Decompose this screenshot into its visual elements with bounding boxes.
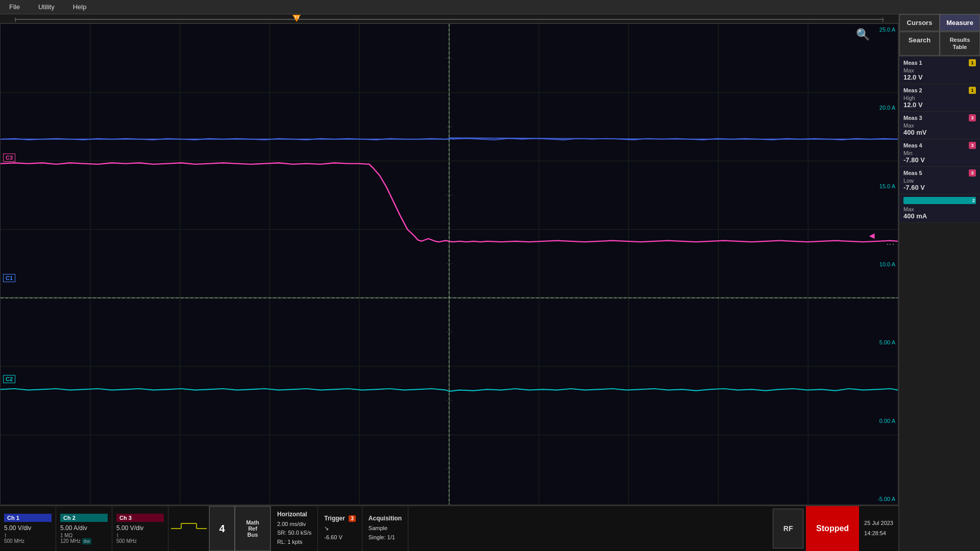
- y-label-20: 20.0 A: [877, 105, 895, 111]
- y-label-neg5: -5.00 A: [877, 496, 895, 502]
- ch2-vdiv: 5.00 A/div: [60, 523, 108, 533]
- trigger-level: -6.60 V: [324, 533, 356, 542]
- acquisition-single: Single: 1/1: [369, 533, 402, 542]
- trigger-title: Trigger 3: [324, 515, 356, 522]
- trigger-position-bar: ⟨ ⟩ T1: [0, 14, 898, 23]
- meas5-card: Meas 5 3 Low -7.60 V: [899, 167, 980, 194]
- menu-help[interactable]: Help: [69, 2, 91, 12]
- meas1-badge: 1: [969, 59, 976, 66]
- waveform-display[interactable]: 🔍: [0, 23, 898, 505]
- date-display: 25 Jul 2023: [864, 518, 893, 529]
- meas1-value: 12.0 V: [903, 73, 976, 81]
- spacer: [408, 506, 770, 551]
- ch3-coupling: ⌇: [116, 533, 164, 538]
- meas6-badge: 2: [972, 198, 975, 203]
- trigger-badge: 3: [349, 515, 356, 522]
- meas3-label: Max: [903, 122, 976, 129]
- y-label-15: 15.0 A: [877, 183, 895, 189]
- menu-bar: File Utility Help: [0, 0, 980, 14]
- meas2-value: 12.0 V: [903, 101, 976, 109]
- acquisition-info[interactable]: Acquisition Sample Single: 1/1: [362, 506, 408, 551]
- ch2-coupling: 1 MΩ: [60, 533, 108, 538]
- ch3-vdiv: 5.00 V/div: [116, 523, 164, 533]
- meas3-value: 400 mV: [903, 129, 976, 136]
- meas1-label: Max: [903, 67, 976, 73]
- ref-label: Ref: [248, 525, 257, 532]
- horizontal-time-div: 2.00 ms/div: [277, 520, 311, 529]
- main-content: ⟨ ⟩ T1 🔍: [0, 14, 980, 551]
- ch1-vdiv: 5.00 V/div: [4, 523, 52, 533]
- y-label-0: 0.00 A: [877, 418, 895, 424]
- trigger-info[interactable]: Trigger 3 ↘ -6.60 V: [318, 506, 362, 551]
- bottom-status-bar: Ch 1 5.00 V/div ⌇ 500 MHz Ch 2 5.00 A/di…: [0, 505, 898, 551]
- ch1-bw: 500 MHz: [4, 538, 52, 544]
- meas6-header-bar: 2: [903, 197, 976, 204]
- menu-file[interactable]: File: [5, 2, 24, 12]
- acquisition-title: Acquisition: [369, 515, 402, 522]
- meas5-badge: 3: [969, 169, 976, 177]
- meas1-card: Meas 1 1 Max 12.0 V: [899, 57, 980, 84]
- right-panel: Cursors Measure Search ResultsTable Meas…: [898, 14, 980, 551]
- y-axis-labels: 25.0 A 20.0 A 15.0 A 10.0 A 5.00 A 0.00 …: [877, 24, 895, 505]
- magnifier-icon: 🔍: [856, 28, 870, 41]
- horizontal-title: Horizontal: [277, 511, 311, 518]
- panel-top-buttons-row2: Search ResultsTable: [899, 32, 980, 57]
- meas2-card: Meas 2 1 High 12.0 V: [899, 84, 980, 112]
- channel-c2-label[interactable]: C2: [3, 375, 15, 383]
- horizontal-rl: RL: 1 kpts: [277, 538, 311, 547]
- meas3-badge: 3: [969, 114, 976, 121]
- meas4-label: Min: [903, 150, 976, 156]
- stopped-button[interactable]: Stopped: [806, 506, 859, 551]
- waveform-svg: [1, 24, 898, 505]
- meas3-card: Meas 3 3 Max 400 mV: [899, 112, 980, 139]
- measure-button[interactable]: Measure: [940, 14, 980, 31]
- ch2-bw: 120 MHz Bw: [60, 538, 108, 544]
- meas5-title: Meas 5: [903, 170, 922, 176]
- meas5-label: Low: [903, 178, 976, 184]
- y-label-25: 25.0 A: [877, 27, 895, 33]
- meas1-title: Meas 1: [903, 60, 922, 66]
- channel-c3-label[interactable]: C3: [3, 154, 15, 162]
- acquisition-type: Sample: [369, 524, 402, 533]
- ch3-cursor-arrow: ◄: [867, 231, 876, 241]
- search-button[interactable]: Search: [899, 32, 940, 56]
- ch2-info[interactable]: Ch 2 5.00 A/div 1 MΩ 120 MHz Bw: [56, 506, 112, 551]
- waveform-preview: [168, 506, 209, 551]
- ch2-header: Ch 2: [60, 514, 108, 522]
- trigger-position-label: T1: [295, 15, 299, 19]
- menu-utility[interactable]: Utility: [34, 2, 59, 12]
- math-label: Math: [246, 519, 259, 525]
- num4-button[interactable]: 4: [209, 506, 235, 551]
- bus-label: Bus: [248, 532, 258, 538]
- trigger-slope: ↘: [324, 524, 356, 533]
- ch1-info[interactable]: Ch 1 5.00 V/div ⌇ 500 MHz: [0, 506, 56, 551]
- horizontal-info[interactable]: Horizontal 2.00 ms/div SR: 50.0 kS/s RL:…: [271, 506, 318, 551]
- y-label-10: 10.0 A: [877, 261, 895, 267]
- meas2-label: High: [903, 95, 976, 101]
- ch3-bw: 500 MHz: [116, 538, 164, 544]
- meas2-badge: 1: [969, 87, 976, 94]
- meas3-title: Meas 3: [903, 115, 922, 121]
- meas6-value: 400 mA: [903, 212, 976, 220]
- meas6-card: 2 Max 400 mA: [899, 194, 980, 223]
- meas5-value: -7.60 V: [903, 184, 976, 191]
- results-table-button[interactable]: ResultsTable: [940, 32, 980, 56]
- datetime-display: 25 Jul 2023 14:28:54: [859, 506, 898, 551]
- channel-c1-label[interactable]: C1: [3, 274, 15, 282]
- meas4-badge: 3: [969, 142, 976, 149]
- meas2-title: Meas 2: [903, 87, 922, 93]
- meas4-title: Meas 4: [903, 142, 922, 148]
- ch3-info[interactable]: Ch 3 5.00 V/div ⌇ 500 MHz: [112, 506, 168, 551]
- horizontal-sr: SR: 50.0 kS/s: [277, 529, 311, 538]
- ch3-header: Ch 3: [116, 514, 164, 522]
- math-ref-bus-panel[interactable]: Math Ref Bus: [235, 506, 271, 551]
- meas4-value: -7.80 V: [903, 156, 976, 164]
- time-display: 14:28:54: [864, 529, 893, 539]
- cursors-button[interactable]: Cursors: [899, 14, 940, 31]
- meas4-card: Meas 4 3 Min -7.80 V: [899, 139, 980, 167]
- rf-button[interactable]: RF: [773, 509, 803, 548]
- meas6-label: Max: [903, 206, 976, 212]
- ch1-header: Ch 1: [4, 514, 52, 522]
- vertical-dots-menu[interactable]: ⋮: [886, 240, 895, 248]
- trigger-bar-line: [15, 19, 883, 20]
